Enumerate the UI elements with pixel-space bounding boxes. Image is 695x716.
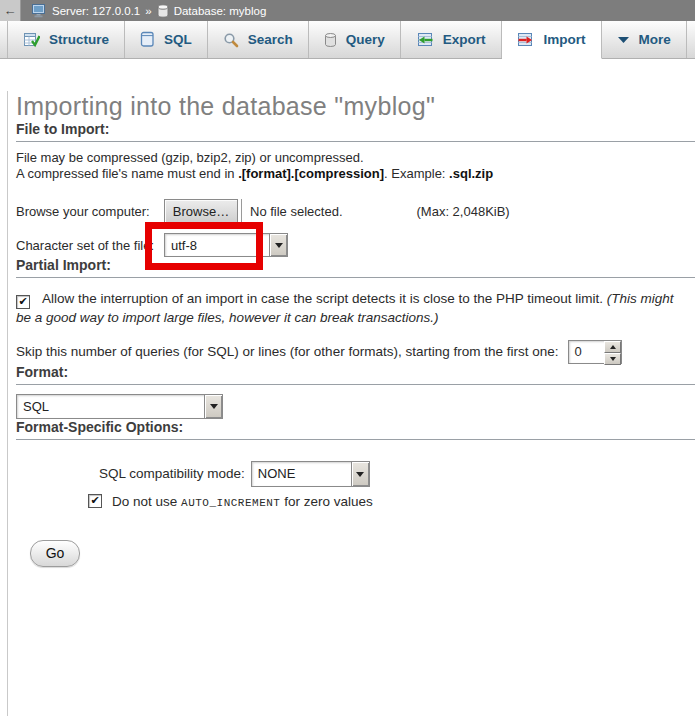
tab-label: Structure (49, 32, 109, 47)
left-arrow-icon: ← (4, 3, 17, 18)
allow-interruption-row: ✔Allow the interruption of an import in … (16, 290, 692, 328)
tab-bar: Structure SQL Search Query (0, 21, 695, 59)
chevron-down-icon[interactable] (269, 234, 287, 256)
page-title: Importing into the database "myblog" (16, 91, 695, 121)
tab-label: Query (346, 32, 385, 47)
charset-selected-value: utf-8 (165, 234, 269, 256)
stepper-down-icon[interactable] (604, 353, 621, 365)
sql-compat-row: SQL compatibility mode: NONE (99, 461, 695, 487)
allow-interruption-checkbox[interactable]: ✔ (16, 295, 30, 309)
section-heading-file-to-import: File to Import: (16, 121, 695, 142)
format-select[interactable]: SQL (16, 394, 223, 419)
sql-compat-label: SQL compatibility mode: (99, 466, 245, 481)
section-heading-format: Format: (16, 364, 695, 385)
chevron-down-icon[interactable] (351, 462, 369, 486)
format-row: SQL (16, 394, 695, 419)
structure-icon (23, 32, 40, 48)
allow-interruption-text: Allow the interruption of an import in c… (42, 291, 607, 306)
tab-label: Export (443, 32, 486, 47)
file-input-divider (241, 199, 242, 223)
go-button[interactable]: Go (30, 540, 80, 567)
import-icon (517, 32, 535, 48)
charset-label: Character set of the file: (16, 238, 164, 253)
tab-structure[interactable]: Structure (7, 21, 125, 58)
import-page: Importing into the database "myblog" Fil… (7, 91, 695, 716)
browse-button[interactable]: Browse… (164, 199, 238, 223)
tab-label: SQL (164, 32, 192, 47)
browse-label: Browse your computer: (16, 204, 164, 219)
database-icon (157, 4, 169, 18)
section-heading-partial-import: Partial Import: (16, 257, 695, 278)
chevron-down-icon[interactable] (204, 395, 222, 418)
breadcrumb-separator: » (145, 5, 151, 17)
sql-compat-selected-value: NONE (252, 462, 351, 486)
tab-sql[interactable]: SQL (125, 21, 208, 58)
auto-increment-row: ✔ Do not use AUTO_INCREMENT for zero val… (88, 494, 695, 509)
chevron-down-icon (617, 36, 630, 44)
search-icon (223, 32, 239, 48)
file-description: File may be compressed (gzip, bzip2, zip… (16, 150, 695, 181)
server-icon (32, 4, 47, 18)
auto-increment-code: AUTO_INCREMENT (181, 497, 280, 509)
tab-label: Search (248, 32, 293, 47)
stepper-buttons (604, 341, 621, 363)
skip-queries-row: Skip this number of queries (for SQL) or… (16, 340, 695, 364)
tab-more[interactable]: More (602, 21, 687, 58)
skip-queries-label: Skip this number of queries (for SQL) or… (16, 344, 558, 359)
breadcrumb-server[interactable]: Server: 127.0.0.1 (52, 5, 140, 17)
sql-icon (140, 31, 155, 48)
tab-import[interactable]: Import (502, 21, 602, 59)
stepper-up-icon[interactable] (604, 341, 621, 353)
max-size-text: (Max: 2,048KiB) (417, 204, 510, 219)
charset-select[interactable]: utf-8 (164, 233, 288, 257)
no-file-selected-text: No file selected. (250, 204, 343, 219)
format-selected-value: SQL (17, 395, 204, 418)
tab-label: Import (544, 32, 586, 47)
back-button[interactable]: ← (0, 0, 21, 21)
tab-search[interactable]: Search (208, 21, 309, 58)
export-icon (416, 32, 434, 48)
tab-export[interactable]: Export (401, 21, 502, 58)
browse-row: Browse your computer: Browse… No file se… (16, 198, 695, 224)
breadcrumb-database[interactable]: Database: myblog (174, 5, 267, 17)
tab-label: More (639, 32, 671, 47)
query-icon (324, 32, 337, 48)
skip-queries-value: 0 (569, 341, 604, 363)
auto-increment-checkbox[interactable]: ✔ (88, 494, 102, 508)
skip-queries-stepper[interactable]: 0 (568, 340, 622, 364)
tab-query[interactable]: Query (309, 21, 401, 58)
breadcrumb-bar: ← Server: 127.0.0.1 » Database: myblog (0, 0, 695, 21)
auto-increment-text: Do not use AUTO_INCREMENT for zero value… (112, 494, 373, 509)
sql-compat-select[interactable]: NONE (251, 461, 370, 487)
section-heading-format-specific: Format-Specific Options: (16, 419, 695, 440)
charset-row: Character set of the file: utf-8 (16, 233, 695, 257)
